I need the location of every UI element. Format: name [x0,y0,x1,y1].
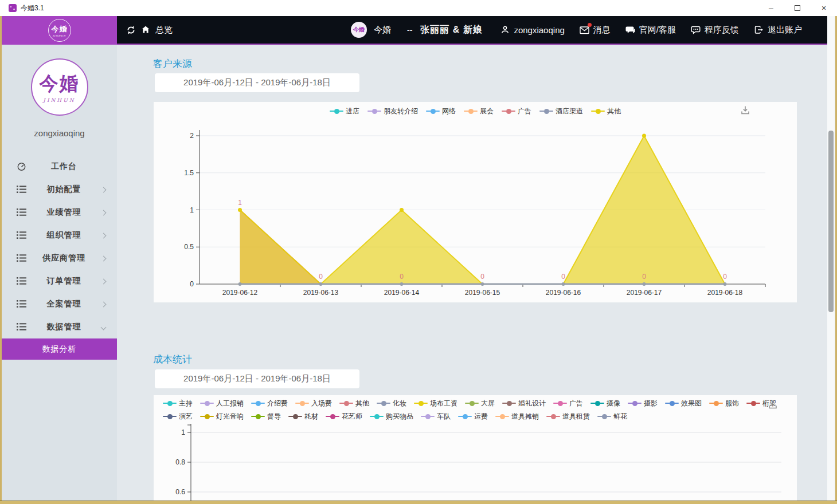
svg-text:0.8: 0.8 [175,458,185,466]
user-icon [500,25,510,34]
close-button[interactable]: × [811,0,837,16]
legend-item-其他[interactable]: 其他 [339,398,369,408]
legend-marker-icon [163,401,177,406]
legend-item-购买物品[interactable]: 购买物品 [370,411,413,422]
legend-marker-icon [367,109,381,114]
legend-item-网络[interactable]: 网络 [426,106,456,116]
legend-item-摄像[interactable]: 摄像 [590,398,620,408]
list-icon [17,300,26,309]
legend-marker-icon [426,109,440,114]
svg-text:0: 0 [190,280,194,288]
legend-item-鲜花[interactable]: 鲜花 [597,411,627,422]
download-icon[interactable] [741,105,750,117]
legend-item-进店[interactable]: 进店 [330,106,359,116]
section-title-cost-stats: 成本统计 [153,353,192,366]
download-icon[interactable] [768,400,777,412]
legend-item-介绍费[interactable]: 介绍费 [251,398,288,408]
legend-item-广告[interactable]: 广告 [502,106,531,116]
legend-label: 网络 [442,107,456,116]
customer-source-area-chart: 00.511.522019-06-122019-06-132019-06-142… [154,102,797,302]
legend-item-展会[interactable]: 展会 [464,106,494,116]
sidebar-item-4-供应商管理[interactable]: 供应商管理 [2,247,117,270]
window-titlebar: 今婚3.1 – × [0,0,837,16]
nav-overview-link[interactable]: 总览 [155,25,173,36]
legend-item-化妆[interactable]: 化妆 [377,398,406,408]
legend-item-演艺[interactable]: 演艺 [163,411,193,422]
sidebar-item-data-analysis-active[interactable]: 数据分析 [2,338,117,360]
legend-item-道具摊销[interactable]: 道具摊销 [495,411,539,422]
legend-item-朋友转介绍[interactable]: 朋友转介绍 [367,106,418,116]
chevron-icon [101,233,107,238]
sidebar-item-label: 全案管理 [26,299,101,309]
company-logo-script: JINHUN [43,97,75,103]
legend-item-其他[interactable]: 其他 [591,106,621,116]
legend-item-人工报销[interactable]: 人工报销 [200,398,244,408]
svg-text:0: 0 [723,273,727,281]
nav-service[interactable]: 官网/客服 [625,25,676,36]
sidebar-item-1-初始配置[interactable]: 初始配置 [2,178,117,201]
legend-item-摄影[interactable]: 摄影 [628,398,658,408]
legend-item-灯光音响[interactable]: 灯光音响 [200,411,244,422]
refresh-icon[interactable] [126,25,136,35]
svg-text:2019-06-13: 2019-06-13 [303,289,339,297]
date-range-picker-2[interactable]: 2019年-06月-12日 - 2019年-06月-18日 [155,369,359,388]
legend-item-督导[interactable]: 督导 [251,411,281,422]
scrollbar-thumb[interactable] [828,131,834,312]
legend-marker-icon [746,401,760,406]
minimize-button[interactable]: – [758,0,784,16]
legend-item-广告[interactable]: 广告 [553,398,583,408]
sidebar-item-label: 订单管理 [26,276,101,286]
legend-label: 进店 [346,107,359,116]
legend-marker-icon [502,401,516,406]
svg-text:2019-06-12: 2019-06-12 [222,289,258,297]
sidebar-item-5-订单管理[interactable]: 订单管理 [2,270,117,293]
app-icon [9,4,17,12]
legend-item-花艺师[interactable]: 花艺师 [326,411,362,422]
nav-logout[interactable]: 退出账户 [754,25,802,36]
nav-messages[interactable]: 消息 [580,25,611,36]
legend-item-运费[interactable]: 运费 [458,411,488,422]
legend-label: 介绍费 [267,399,288,408]
legend-label: 效果图 [681,399,702,408]
legend-item-大屏[interactable]: 大屏 [465,398,495,408]
nav-service-label: 官网/客服 [639,25,676,36]
maximize-button[interactable] [784,0,811,16]
legend-label: 服饰 [725,399,739,408]
sidebar-item-7-数据管理[interactable]: 数据管理 [2,316,117,338]
vertical-scrollbar[interactable] [827,16,835,501]
company-logo: 今婚 JINHUN [31,58,88,116]
chevron-icon [101,324,107,330]
chevron-icon [101,187,107,192]
list-icon [17,322,26,332]
legend-item-道具租赁[interactable]: 道具租赁 [546,411,590,422]
sidebar-item-2-业绩管理[interactable]: 业绩管理 [2,201,117,224]
legend-item-效果图[interactable]: 效果图 [665,398,702,408]
customer-source-chart-panel: 进店朋友转介绍网络展会广告酒店渠道其他 00.511.522019-06-122… [154,102,797,302]
sidebar: 今婚 JINHUN 今婚 JINHUN zongxiaoqing 工作台 初始配… [2,16,117,501]
legend-marker-icon [330,109,343,114]
legend-item-服饰[interactable]: 服饰 [709,398,739,408]
legend-item-场布工资[interactable]: 场布工资 [414,398,457,408]
legend-item-主持[interactable]: 主持 [163,398,193,408]
legend-item-耗材[interactable]: 耗材 [288,411,318,422]
nav-feedback[interactable]: 程序反馈 [691,25,739,36]
legend-item-入场费[interactable]: 入场费 [295,398,332,408]
home-icon[interactable] [141,25,150,34]
nav-user[interactable]: zongxiaoqing [500,25,564,35]
brand-logo-text: 今婚 [52,24,68,34]
legend-item-婚礼设计[interactable]: 婚礼设计 [502,398,546,408]
sidebar-item-0-工作台[interactable]: 工作台 [2,155,117,178]
app-window: 今婚3.1 – × 今婚 JINHUN 今婚 JINHUN zongxiaoqi… [0,0,837,504]
sidebar-username: zongxiaoqing [2,128,117,138]
sidebar-item-label: 初始配置 [26,184,101,195]
legend-label: 灯光音响 [216,412,244,422]
legend-item-车队[interactable]: 车队 [421,411,451,422]
legend-marker-icon [546,414,560,419]
date-range-picker-1[interactable]: 2019年-06月-12日 - 2019年-06月-18日 [155,73,359,92]
sidebar-item-3-组织管理[interactable]: 组织管理 [2,224,117,247]
legend-item-酒店渠道[interactable]: 酒店渠道 [539,106,583,116]
message-icon [580,26,589,34]
sidebar-item-6-全案管理[interactable]: 全案管理 [2,293,117,316]
legend-label: 购买物品 [386,412,413,422]
sidebar-item-label: 业绩管理 [26,207,101,218]
